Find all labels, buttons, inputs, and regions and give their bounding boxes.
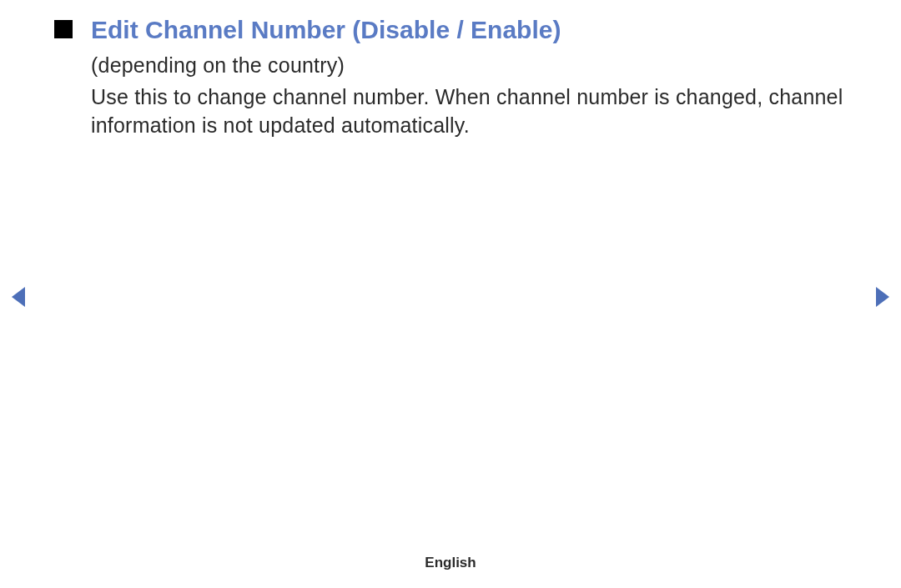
square-bullet-icon: [54, 20, 73, 38]
nav-prev-button[interactable]: [10, 285, 27, 309]
title-row: Edit Channel Number (Disable / Enable): [54, 15, 847, 45]
nav-next-button[interactable]: [874, 285, 891, 309]
chevron-right-icon: [874, 285, 891, 309]
page-subtitle: (depending on the country): [91, 52, 847, 80]
footer-language: English: [0, 555, 901, 571]
page-title: Edit Channel Number (Disable / Enable): [91, 15, 561, 45]
page-content: Edit Channel Number (Disable / Enable) (…: [0, 0, 901, 139]
svg-marker-0: [12, 287, 25, 307]
svg-marker-1: [876, 287, 889, 307]
chevron-left-icon: [10, 285, 27, 309]
body-block: (depending on the country) Use this to c…: [91, 52, 847, 139]
page-description: Use this to change channel number. When …: [91, 83, 847, 140]
